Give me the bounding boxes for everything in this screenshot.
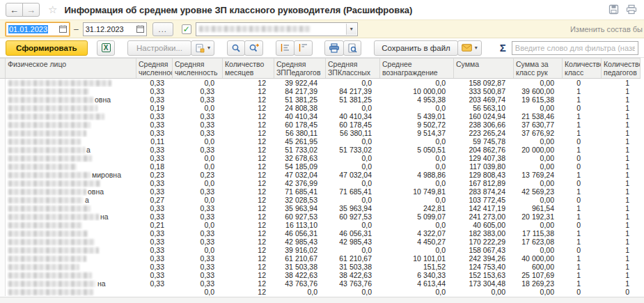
value-cell[interactable]: 0,33 bbox=[136, 212, 173, 221]
value-cell[interactable]: 1 bbox=[563, 212, 602, 221]
value-cell[interactable]: 0,33 bbox=[173, 229, 223, 238]
value-cell[interactable]: 0,33 bbox=[173, 279, 223, 288]
value-cell[interactable]: 0,21 bbox=[136, 221, 173, 229]
value-cell[interactable]: 42 376,99 bbox=[274, 179, 326, 187]
value-cell[interactable]: 0,23 bbox=[173, 171, 223, 179]
filter-input[interactable] bbox=[512, 41, 638, 55]
value-cell[interactable]: 51 381,25 bbox=[274, 95, 326, 104]
value-cell[interactable]: 51 733,02 bbox=[274, 146, 326, 154]
value-cell[interactable]: 1 bbox=[602, 254, 641, 263]
value-cell[interactable]: 0,0 bbox=[380, 104, 454, 112]
value-cell[interactable]: 1 bbox=[563, 146, 602, 154]
value-cell[interactable]: 0,33 bbox=[136, 254, 173, 263]
value-cell[interactable]: 39 600,00 bbox=[514, 87, 563, 95]
value-cell[interactable]: 0,18 bbox=[136, 162, 173, 171]
value-cell[interactable]: 1 bbox=[602, 221, 641, 229]
export-excel-button[interactable]: X bbox=[97, 40, 115, 56]
value-cell[interactable]: 71 685,41 bbox=[326, 187, 380, 196]
value-cell[interactable]: 0,00 bbox=[514, 179, 563, 187]
value-cell[interactable]: 0,33 bbox=[136, 246, 173, 254]
value-cell[interactable]: 12 bbox=[223, 279, 274, 288]
value-cell[interactable]: 1 bbox=[563, 112, 602, 121]
value-cell[interactable]: 84 217,39 bbox=[326, 87, 380, 95]
save-to-file-button[interactable]: Сохранить в файл bbox=[374, 40, 458, 56]
favorite-star-icon[interactable]: ☆ bbox=[48, 3, 57, 16]
value-cell[interactable]: 0,0 bbox=[173, 246, 223, 254]
value-cell[interactable]: 0,33 bbox=[136, 95, 173, 104]
value-cell[interactable]: 0,00 bbox=[514, 221, 563, 229]
value-cell[interactable]: 0,0 bbox=[173, 154, 223, 162]
value-cell[interactable]: 60 927,53 bbox=[274, 212, 326, 221]
value-cell[interactable]: 1 bbox=[602, 171, 641, 179]
value-cell[interactable]: 1 bbox=[563, 187, 602, 196]
value-cell[interactable]: 0,33 bbox=[173, 112, 223, 121]
value-cell[interactable]: 1 bbox=[563, 229, 602, 238]
value-cell[interactable]: 12 bbox=[223, 196, 274, 204]
value-cell[interactable]: 40 410,34 bbox=[274, 112, 326, 121]
value-cell[interactable]: 45 261,95 bbox=[274, 137, 326, 146]
value-cell[interactable]: 39 916,02 bbox=[274, 246, 326, 254]
save-icon[interactable] bbox=[608, 4, 619, 15]
value-cell[interactable]: 242 394,26 bbox=[454, 254, 514, 263]
calendar-icon[interactable] bbox=[136, 25, 144, 33]
calendar-icon[interactable] bbox=[59, 25, 67, 33]
value-cell[interactable]: 0,33 bbox=[173, 187, 223, 196]
value-cell[interactable]: 12 bbox=[223, 271, 274, 279]
value-cell[interactable]: 1 bbox=[563, 121, 602, 129]
value-cell[interactable]: 60 178,45 bbox=[326, 121, 380, 129]
collapse-groups-button[interactable] bbox=[276, 40, 294, 56]
value-cell[interactable]: 1 bbox=[602, 137, 641, 146]
value-cell[interactable]: 0,0 bbox=[173, 179, 223, 187]
value-cell[interactable]: 1 bbox=[563, 254, 602, 263]
value-cell[interactable]: 12 bbox=[223, 112, 274, 121]
person-name-cell[interactable] bbox=[6, 254, 136, 263]
value-cell[interactable]: 39 922,44 bbox=[274, 79, 326, 87]
value-cell[interactable]: 152 153,63 bbox=[454, 271, 514, 279]
value-cell[interactable]: 1 bbox=[602, 79, 641, 87]
value-cell[interactable]: 0,33 bbox=[173, 95, 223, 104]
column-header[interactable]: Сумма bbox=[454, 59, 514, 78]
value-cell[interactable]: 31 503,38 bbox=[326, 263, 380, 271]
value-cell[interactable]: 0,33 bbox=[173, 121, 223, 129]
value-cell[interactable]: 0,33 bbox=[136, 271, 173, 279]
value-cell[interactable]: 84 217,39 bbox=[274, 87, 326, 95]
value-cell[interactable]: 1 bbox=[602, 179, 641, 187]
value-cell[interactable]: 1 bbox=[602, 146, 641, 154]
value-cell[interactable]: 1 bbox=[563, 95, 602, 104]
value-cell[interactable]: 1 bbox=[563, 271, 602, 279]
person-name-cell[interactable] bbox=[6, 87, 136, 95]
value-cell[interactable]: 0,0 bbox=[326, 246, 380, 254]
value-cell[interactable]: 0,0 bbox=[326, 154, 380, 162]
value-cell[interactable]: 0,0 bbox=[380, 246, 454, 254]
value-cell[interactable]: 12 bbox=[223, 162, 274, 171]
value-cell[interactable]: 142 417,19 bbox=[454, 204, 514, 212]
value-cell[interactable]: 9 502,72 bbox=[380, 121, 454, 129]
person-name-cell[interactable] bbox=[6, 112, 136, 121]
value-cell[interactable]: 46 056,31 bbox=[274, 229, 326, 238]
column-header[interactable]: Среднее вознаграждение bbox=[380, 59, 454, 78]
value-cell[interactable]: 1 bbox=[602, 212, 641, 221]
person-name-cell[interactable] bbox=[6, 154, 136, 162]
person-name-cell[interactable] bbox=[6, 204, 136, 212]
value-cell[interactable]: 0,33 bbox=[136, 229, 173, 238]
column-header[interactable]: Количество класс руков bbox=[563, 59, 602, 78]
value-cell[interactable]: 0,33 bbox=[136, 187, 173, 196]
person-name-cell[interactable]: овна bbox=[6, 95, 136, 104]
value-cell[interactable]: 1 bbox=[602, 187, 641, 196]
value-cell[interactable]: 129 407,38 bbox=[454, 154, 514, 162]
value-cell[interactable]: 103 772,45 bbox=[454, 196, 514, 204]
value-cell[interactable]: 12 bbox=[223, 154, 274, 162]
value-cell[interactable]: 0,33 bbox=[136, 112, 173, 121]
value-cell[interactable]: 0,0 bbox=[173, 79, 223, 87]
value-cell[interactable]: 0 bbox=[563, 196, 602, 204]
value-cell[interactable]: 0,00 bbox=[514, 246, 563, 254]
period-end-input[interactable]: 31.12.2023 bbox=[83, 22, 147, 36]
value-cell[interactable]: 20 192,31 bbox=[514, 212, 563, 221]
value-cell[interactable]: 0,0 bbox=[380, 288, 454, 296]
value-cell[interactable]: 158 092,87 bbox=[454, 79, 514, 87]
value-cell[interactable]: 238 306,66 bbox=[454, 121, 514, 129]
value-cell[interactable]: 0,23 bbox=[136, 171, 173, 179]
value-cell[interactable]: 0,00 bbox=[454, 288, 514, 296]
value-cell[interactable]: 0,00 bbox=[514, 154, 563, 162]
person-name-cell[interactable] bbox=[6, 288, 136, 296]
